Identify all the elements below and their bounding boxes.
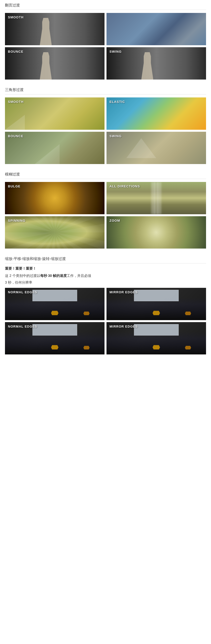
vblur-2 [157, 182, 158, 214]
vblur-1 [154, 182, 155, 214]
scale-mirror-thumb: MIRROR EDGES [106, 288, 206, 320]
scale-normal-thumb: NORMAL EDGES [5, 288, 105, 320]
tri-elastic-label: ELASTIC [109, 100, 125, 104]
blur-spinning-label: SPINNING [8, 219, 25, 222]
flip-smooth-left-thumb: SMOOTH [5, 13, 105, 45]
important-text: 重要！重要！重要！ [5, 266, 206, 271]
flip-section: 翻页过渡 SMOOTH BOUNCE SWING [5, 0, 206, 80]
flip-smooth-right-thumb [106, 13, 206, 45]
blur-section-title: 模糊过渡 [5, 169, 206, 179]
stage-hex-right-4 [185, 346, 191, 350]
flip-bounce-thumb: BOUNCE [5, 47, 105, 80]
triangle-section: 三角形过渡 SMOOTH ELASTIC BOUNCE SWING [5, 84, 206, 164]
blur-bulge-thumb: BULGE [5, 182, 105, 214]
screen-rect-4 [134, 324, 179, 336]
screen-rect-1 [32, 290, 77, 301]
info-section: 缩放-平移-缩放和缩放-旋转-缩放过渡 重要！重要！重要！ 这 2 个类别中的过… [5, 254, 206, 354]
flip-swing-label: SWING [109, 50, 122, 54]
scale-row-1: NORMAL EDGES MIRROR EDGES [5, 288, 206, 320]
stage-hex-3 [51, 345, 59, 350]
tri-swing-label: SWING [109, 134, 122, 138]
tri-smooth-thumb: SMOOTH [5, 98, 105, 130]
blur-zoom-label: ZOOM [109, 219, 120, 222]
flip-swing-thumb: SWING [106, 47, 206, 80]
scale-normal2-thumb: NORMAL EDGES [5, 322, 105, 354]
tri-elastic-thumb: ELASTIC [106, 98, 206, 130]
info-text-bold: 每秒 30 帧的速度 [40, 274, 67, 278]
blur-section: 模糊过渡 BULGE ALL DIRECTIONS SPINNING ZOOM [5, 169, 206, 248]
tri-row-1: SMOOTH ELASTIC [5, 98, 206, 130]
screen-rect-3 [32, 324, 77, 336]
screen-rect-2 [134, 290, 179, 301]
tri-bounce-label: BOUNCE [8, 134, 23, 138]
scale-normal2-label: NORMAL EDGES [8, 324, 37, 328]
blur-row-2: SPINNING ZOOM [5, 216, 206, 248]
tri-swing-thumb: SWING [106, 132, 206, 164]
stage-hex-right-3 [83, 346, 90, 350]
stage-hex-right-2 [185, 312, 191, 315]
blur-zoom-thumb: ZOOM [106, 216, 206, 248]
flip-row-1: SMOOTH [5, 13, 206, 45]
info-text-1: 这 2 个类别中的过渡以每秒 30 帧的速度工作，并且必须 [5, 273, 206, 278]
scale-section-title: 缩放-平移-缩放和缩放-旋转-缩放过渡 [5, 254, 206, 264]
blur-bulge-label: BULGE [8, 184, 21, 188]
stage-hex-1 [51, 311, 59, 315]
tri-smooth-label: SMOOTH [8, 100, 23, 104]
scale-mirror2-thumb: MIRROR EDGES [106, 322, 206, 354]
blur-row-1: BULGE ALL DIRECTIONS [5, 182, 206, 214]
scale-normal-label: NORMAL EDGES [8, 290, 37, 294]
blur-alldirections-label: ALL DIRECTIONS [109, 184, 140, 188]
scale-row-2: NORMAL EDGES MIRROR EDGES [5, 322, 206, 354]
triangle-section-title: 三角形过渡 [5, 84, 206, 94]
stage-hex-right-1 [83, 312, 90, 315]
scale-mirror2-label: MIRROR EDGES [109, 324, 138, 328]
tri-bounce-thumb: BOUNCE [5, 132, 105, 164]
tri-row-2: BOUNCE SWING [5, 132, 206, 164]
info-text-post: 工作，并且必须 [67, 274, 91, 278]
flip-bounce-label: BOUNCE [8, 50, 23, 54]
scale-mirror-label: MIRROR EDGES [109, 290, 138, 294]
stage-hex-4 [153, 345, 160, 350]
info-text-2: 3 秒，任何分辨率 [5, 280, 206, 285]
flip-row-2: BOUNCE SWING [5, 47, 206, 80]
stage-hex-2 [153, 311, 160, 315]
flip-section-title: 翻页过渡 [5, 0, 206, 10]
flip-smooth-left-label: SMOOTH [8, 16, 23, 19]
info-text-pre: 这 2 个类别中的过渡以 [5, 274, 40, 278]
blur-alldirections-thumb: ALL DIRECTIONS [106, 182, 206, 214]
blur-spinning-thumb: SPINNING [5, 216, 105, 248]
